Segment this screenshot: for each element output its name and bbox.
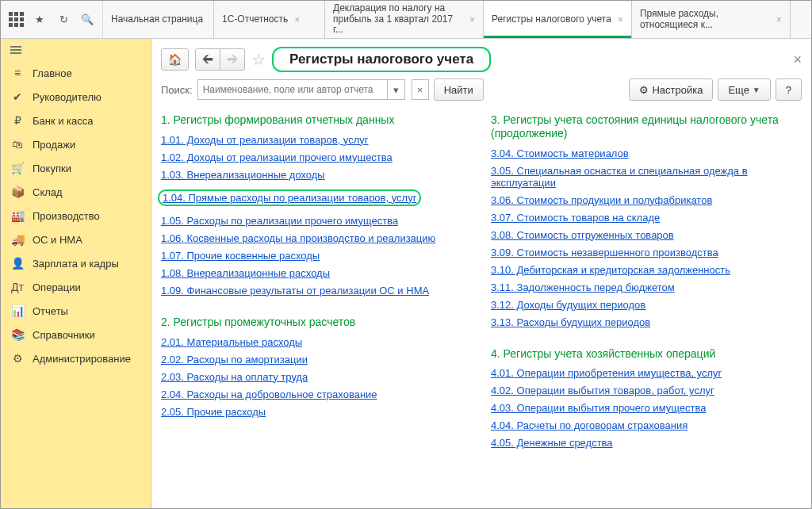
- report-link[interactable]: 1.03. Внереализационные доходы: [161, 168, 472, 182]
- sidebar: ≡Главное✔Руководителю₽Банк и касса🛍Прода…: [1, 39, 151, 508]
- report-link[interactable]: 1.04. Прямые расходы по реализации товар…: [158, 189, 421, 206]
- sidebar-item-icon: 🛒: [10, 162, 25, 174]
- report-link[interactable]: 3.09. Стоимость незавершенного производс…: [491, 246, 802, 259]
- find-button[interactable]: Найти: [434, 78, 484, 101]
- search-input[interactable]: [197, 79, 388, 100]
- sidebar-menu-icon[interactable]: [1, 39, 151, 61]
- sidebar-item-icon: 👤: [10, 257, 25, 270]
- sidebar-item-label: Склад: [33, 186, 63, 198]
- help-button[interactable]: ?: [776, 78, 802, 101]
- sidebar-item-icon: 🏭: [10, 209, 25, 222]
- more-button[interactable]: Еще▼: [718, 78, 770, 101]
- report-link[interactable]: 3.10. Дебиторская и кредиторская задолже…: [491, 263, 802, 277]
- report-link[interactable]: 2.01. Материальные расходы: [161, 335, 472, 349]
- report-link[interactable]: 1.09. Финансовые результаты от реализаци…: [161, 284, 472, 297]
- sidebar-item-icon: 📚: [10, 328, 25, 341]
- sidebar-item[interactable]: 🏭Производство: [1, 204, 151, 228]
- report-link[interactable]: 4.02. Операции выбытия товаров, работ, у…: [491, 384, 802, 397]
- report-link[interactable]: 3.06. Стоимость продукции и полуфабрикат…: [491, 193, 802, 207]
- section-title: 2. Регистры промежуточных расчетов: [161, 316, 472, 329]
- history-icon[interactable]: ↻: [53, 10, 74, 30]
- report-link[interactable]: 4.01. Операции приобретения имущества, у…: [491, 366, 802, 380]
- report-link[interactable]: 3.04. Стоимость материалов: [491, 147, 802, 160]
- favorite-icon[interactable]: ☆: [251, 50, 266, 69]
- report-link[interactable]: 2.05. Прочие расходы: [161, 405, 472, 419]
- tab[interactable]: Декларация по налогу на прибыль за 1 ква…: [325, 1, 484, 38]
- tab-label: Декларация по налогу на прибыль за 1 ква…: [333, 3, 463, 36]
- sidebar-item[interactable]: ✔Руководителю: [1, 85, 151, 109]
- sidebar-item[interactable]: ≡Главное: [1, 61, 151, 85]
- report-link[interactable]: 1.08. Внереализационные расходы: [161, 266, 472, 280]
- report-link[interactable]: 3.12. Доходы будущих периодов: [491, 298, 802, 312]
- sidebar-item-icon: ⚙: [10, 352, 25, 365]
- sidebar-item[interactable]: 🛒Покупки: [1, 156, 151, 180]
- sidebar-item[interactable]: ⚙Администрирование: [1, 346, 151, 370]
- tab-label: Прямые расходы, относящиеся к...: [640, 9, 770, 31]
- sidebar-item[interactable]: 🚚ОС и НМА: [1, 228, 151, 251]
- star-icon[interactable]: ★: [29, 10, 50, 30]
- topbar-left-icons: ★ ↻ 🔍: [1, 1, 103, 38]
- section-title: 1. Регистры формирования отчетных данных: [161, 113, 472, 127]
- sidebar-item[interactable]: 📚Справочники: [1, 323, 151, 346]
- page-toolbar: 🏠 🡰 🡲 ☆ Регистры налогового учета ×: [151, 39, 811, 75]
- sidebar-item-label: Главное: [33, 67, 72, 79]
- sidebar-item-label: Покупки: [33, 163, 71, 174]
- sidebar-item-label: Операции: [33, 281, 81, 293]
- tab[interactable]: 1С-Отчетность×: [214, 1, 325, 38]
- content: 1. Регистры формирования отчетных данных…: [151, 109, 811, 508]
- settings-button[interactable]: ⚙Настройка: [629, 78, 713, 101]
- report-link[interactable]: 3.08. Стоимость отгруженных товаров: [491, 228, 802, 242]
- report-link[interactable]: 3.11. Задолженность перед бюджетом: [491, 281, 802, 294]
- tab[interactable]: Начальная страница: [103, 1, 214, 38]
- tab-close-icon[interactable]: ×: [294, 14, 300, 25]
- content-col-right: 3. Регистры учета состояния единицы нало…: [491, 109, 802, 463]
- tab[interactable]: Регистры налогового учета×: [484, 1, 632, 38]
- search-dropdown[interactable]: ▾: [388, 79, 405, 100]
- report-link[interactable]: 1.01. Доходы от реализации товаров, услу…: [161, 133, 472, 147]
- report-link[interactable]: 3.13. Расходы будущих периодов: [491, 316, 802, 329]
- apps-icon[interactable]: [6, 10, 26, 30]
- sidebar-item[interactable]: ДтОперации: [1, 275, 151, 299]
- tab-label: Регистры налогового учета: [492, 14, 611, 25]
- sidebar-item[interactable]: 🛍Продажи: [1, 132, 151, 156]
- sidebar-item-label: Администрирование: [33, 353, 131, 365]
- search-icon[interactable]: 🔍: [77, 10, 98, 30]
- tab-close-icon[interactable]: ×: [618, 14, 623, 25]
- tab-close-icon[interactable]: ×: [776, 14, 782, 25]
- report-link[interactable]: 1.07. Прочие косвенные расходы: [161, 249, 472, 262]
- searchbox: ▾: [197, 79, 405, 100]
- sidebar-item-label: Руководителю: [33, 91, 102, 103]
- sidebar-item-label: Производство: [33, 210, 100, 222]
- tab-close-icon[interactable]: ×: [469, 14, 475, 25]
- search-row: Поиск: ▾ × Найти ⚙Настройка Еще▼ ?: [151, 75, 811, 109]
- back-button[interactable]: 🡰: [195, 48, 220, 71]
- report-link[interactable]: 1.02. Доходы от реализации прочего имуще…: [161, 151, 472, 164]
- tab[interactable]: Прямые расходы, относящиеся к...×: [632, 1, 791, 38]
- report-link[interactable]: 2.03. Расходы на оплату труда: [161, 370, 472, 384]
- report-link[interactable]: 2.02. Расходы по амортизации: [161, 353, 472, 366]
- forward-button[interactable]: 🡲: [220, 48, 245, 71]
- sidebar-item-icon: 📦: [10, 186, 25, 198]
- sidebar-item-icon: ≡: [10, 67, 25, 79]
- sidebar-item[interactable]: 👤Зарплата и кадры: [1, 251, 151, 275]
- home-button[interactable]: 🏠: [161, 48, 189, 71]
- close-panel-button[interactable]: ×: [793, 52, 802, 68]
- tab-label: Начальная страница: [111, 14, 203, 25]
- sidebar-item[interactable]: 📊Отчеты: [1, 299, 151, 323]
- sidebar-item-label: Продажи: [33, 139, 75, 151]
- sidebar-item[interactable]: 📦Склад: [1, 180, 151, 204]
- report-link[interactable]: 4.03. Операции выбытия прочего имущества: [491, 401, 802, 415]
- report-link[interactable]: 1.05. Расходы по реализации прочего имущ…: [161, 214, 472, 228]
- sidebar-item-icon: ₽: [10, 114, 25, 127]
- report-link[interactable]: 2.04. Расходы на добровольное страховани…: [161, 388, 472, 401]
- sidebar-item-label: Зарплата и кадры: [33, 258, 119, 270]
- report-link[interactable]: 4.04. Расчеты по договорам страхования: [491, 419, 802, 432]
- report-link[interactable]: 3.05. Специальная оснастка и специальная…: [491, 164, 802, 189]
- clear-search-button[interactable]: ×: [412, 79, 429, 100]
- report-link[interactable]: 4.05. Денежные средства: [491, 436, 802, 450]
- nav-arrows: 🡰 🡲: [195, 48, 245, 71]
- sidebar-item-icon: 📊: [10, 304, 25, 317]
- report-link[interactable]: 1.06. Косвенные расходы на производство …: [161, 232, 472, 245]
- sidebar-item[interactable]: ₽Банк и касса: [1, 109, 151, 132]
- report-link[interactable]: 3.07. Стоимость товаров на складе: [491, 211, 802, 224]
